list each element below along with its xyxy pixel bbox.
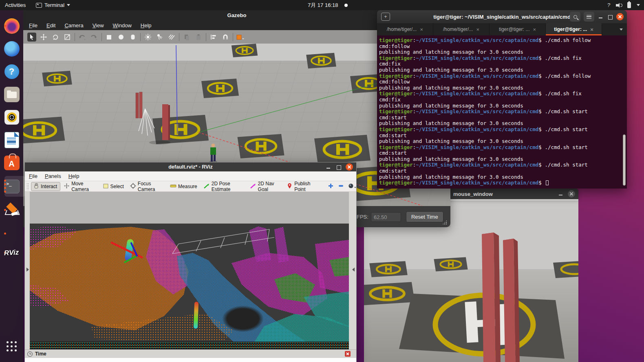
menu-camera[interactable]: Camera	[64, 22, 83, 29]
show-applications-button[interactable]	[3, 338, 20, 355]
dock-item-rviz[interactable]: RViz	[3, 244, 20, 261]
menu-panels[interactable]: Panels	[45, 173, 61, 179]
fps-field[interactable]: 62.50	[371, 212, 401, 222]
scale-icon[interactable]	[63, 33, 72, 42]
terminal-line: publishing and latching message for 3.0 …	[379, 85, 627, 91]
redo-icon[interactable]	[90, 33, 99, 42]
minimize-button[interactable]	[325, 164, 331, 170]
app-menu[interactable]: Terminal	[36, 0, 70, 10]
reset-time-button[interactable]: Reset Time	[406, 211, 443, 222]
terminal-titlebar[interactable]: tiger@tiger: ~/VISIM_single/catkin_ws/sr…	[377, 10, 627, 23]
tool-publish-point[interactable]: Publish Point	[285, 182, 320, 191]
terminal-scrollbar[interactable]	[623, 134, 626, 186]
select-arrow-icon[interactable]	[27, 33, 36, 42]
sphere-icon[interactable]	[117, 33, 126, 42]
terminal-tab[interactable]: /home/tiger/...	[377, 23, 433, 35]
terminal-line: tiger@tiger:~/VISIM_single/catkin_ws/src…	[379, 180, 627, 186]
tool-interact[interactable]: Interact	[31, 182, 60, 191]
camera-sphere-icon[interactable]	[348, 183, 356, 190]
terminal-output[interactable]: tiger@tiger:~/VISIM_single/catkin_ws/src…	[377, 35, 627, 189]
box-icon[interactable]	[105, 33, 114, 42]
close-button[interactable]	[568, 190, 575, 197]
terminal-line: publishing and latching message for 3.0 …	[379, 103, 627, 109]
paste-icon[interactable]	[194, 33, 203, 42]
tool-2d-pose-estimate[interactable]: 2D Pose Estimate	[202, 182, 247, 191]
terminal-tab[interactable]: tiger@tiger: ...	[490, 23, 546, 35]
maximize-button[interactable]	[607, 14, 613, 20]
tool-select[interactable]: Select	[101, 182, 127, 191]
helipad	[314, 135, 371, 164]
menu-window[interactable]: Window	[113, 22, 132, 29]
tab-close-icon[interactable]	[533, 26, 536, 33]
pointcloud-viewport[interactable]	[30, 192, 349, 349]
system-status-area[interactable]: ?	[607, 0, 640, 10]
menu-button[interactable]	[584, 12, 594, 22]
clock[interactable]: 7月 17 16:18	[308, 0, 338, 10]
dock-item-firefox[interactable]	[3, 18, 20, 34]
rviz-icon: RViz	[4, 248, 19, 257]
time-panel-close-button[interactable]	[345, 351, 351, 357]
rviz-titlebar[interactable]: default.rviz* - RViz	[25, 162, 356, 171]
dock-item-files[interactable]	[3, 86, 20, 103]
dock-item-gazebo[interactable]	[3, 202, 20, 218]
terminal-tab[interactable]: /home/tiger/...	[433, 23, 490, 35]
tool-label: Select	[110, 184, 124, 189]
activities-button[interactable]: Activities	[5, 0, 26, 10]
terminal-window: tiger@tiger: ~/VISIM_single/catkin_ws/sr…	[377, 10, 627, 189]
tool-focus-camera[interactable]: Focus Camera	[128, 182, 167, 191]
menu-view[interactable]: View	[93, 22, 104, 29]
dock-item-thunderbird[interactable]	[3, 40, 20, 57]
directional-light-icon[interactable]	[167, 33, 176, 42]
add-tool-plus-icon[interactable]	[328, 183, 334, 190]
search-button[interactable]	[570, 12, 580, 22]
translate-icon[interactable]	[39, 33, 48, 42]
align-icon[interactable]	[209, 33, 218, 42]
dock-item-help[interactable]: ?	[3, 63, 20, 80]
network-question-icon: ?	[607, 0, 611, 10]
terminal-line: tiger@tiger:~/VISIM_single/catkin_ws/src…	[379, 109, 627, 115]
cylinder-icon[interactable]	[128, 33, 137, 42]
dock-item-running-app[interactable]	[3, 225, 20, 242]
tab-close-icon[interactable]	[590, 26, 593, 33]
rotate-icon[interactable]	[51, 33, 60, 42]
dock-item-libreoffice-writer[interactable]	[3, 132, 20, 148]
tool-move-camera[interactable]: Move Camera	[62, 182, 99, 191]
menu-file[interactable]: File	[29, 173, 37, 179]
menu-help[interactable]: Help	[141, 22, 152, 29]
rviz-3d-view[interactable]	[25, 192, 356, 349]
minimize-button[interactable]	[598, 14, 604, 20]
close-button[interactable]	[346, 163, 353, 171]
remove-tool-minus-icon[interactable]	[338, 183, 344, 190]
maximize-button[interactable]	[335, 164, 342, 170]
dock-item-terminal[interactable]: >_	[3, 178, 20, 195]
tab-close-icon[interactable]	[420, 26, 423, 33]
menu-edit[interactable]: Edit	[46, 22, 55, 29]
dock-item-rhythmbox[interactable]	[3, 109, 20, 125]
snap-icon[interactable]	[221, 33, 230, 42]
view-cube-icon[interactable]	[236, 33, 245, 42]
menu-file[interactable]: File	[29, 22, 37, 29]
menu-help[interactable]: Help	[68, 173, 79, 179]
tool-label: Move Camera	[71, 181, 96, 192]
minimize-button[interactable]	[558, 191, 564, 197]
tool-label: Interact	[41, 184, 57, 189]
terminal-line: tiger@tiger:~/VISIM_single/catkin_ws/src…	[379, 37, 627, 44]
panel-collapse-handle-right[interactable]	[352, 268, 355, 272]
toolbar-drag-handle[interactable]	[26, 183, 29, 190]
tool-2d-nav-goal[interactable]: 2D Nav Goal	[248, 182, 284, 191]
time-panel-header[interactable]: Time	[25, 349, 356, 358]
tab-list-dropdown[interactable]	[615, 23, 627, 35]
new-tab-button[interactable]	[381, 13, 390, 21]
close-button[interactable]	[616, 13, 624, 20]
undo-icon[interactable]	[78, 33, 87, 42]
panel-collapse-handle-left[interactable]	[26, 268, 29, 272]
copy-icon[interactable]	[182, 33, 191, 42]
spot-light-icon[interactable]	[155, 33, 164, 42]
point-light-icon[interactable]	[143, 33, 152, 42]
mouse-window-titlebar[interactable]: mouse_window	[448, 189, 578, 199]
tab-close-icon[interactable]	[476, 26, 479, 33]
helipad-mid	[364, 282, 415, 305]
terminal-tab[interactable]: tiger@tiger: ...	[546, 23, 602, 35]
tool-measure[interactable]: Measure	[168, 182, 200, 191]
dock-item-ubuntu-software[interactable]: A	[3, 154, 20, 171]
